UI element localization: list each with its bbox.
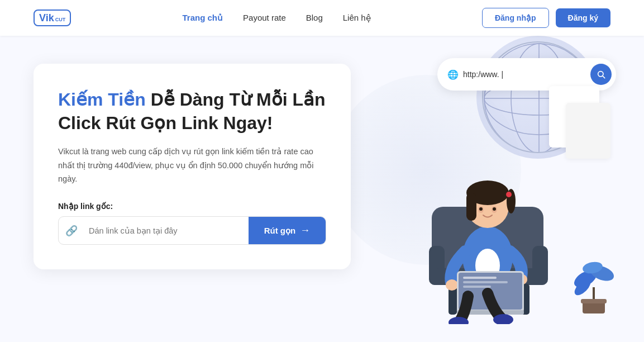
search-icon [597, 70, 605, 79]
nav-actions: Đăng nhập Đăng ký [482, 8, 610, 28]
shorten-button-label: Rút gọn [264, 226, 295, 236]
nav-lienhe[interactable]: Liên hệ [343, 13, 371, 22]
svg-point-23 [479, 207, 483, 211]
svg-point-20 [506, 192, 512, 197]
svg-point-24 [493, 207, 496, 211]
link-icon: 🔗 [59, 225, 84, 237]
input-label: Nhập link gốc: [58, 202, 326, 211]
url-value: http:/www. | [463, 70, 503, 79]
nav-blog[interactable]: Blog [306, 13, 323, 22]
svg-rect-31 [463, 286, 491, 288]
login-button[interactable]: Đăng nhập [482, 8, 549, 28]
svg-line-7 [603, 76, 605, 78]
logo[interactable]: Vik CUT [34, 10, 71, 26]
nav-links: Trang chủ Payout rate Blog Liên hệ [183, 13, 371, 23]
url-search-button[interactable] [590, 64, 612, 85]
logo-vik-text: Vik [39, 13, 54, 23]
svg-rect-41 [581, 299, 607, 303]
svg-rect-29 [463, 277, 497, 279]
register-button[interactable]: Đăng ký [556, 8, 610, 27]
svg-rect-30 [463, 281, 508, 283]
hero-description: Vikcut là trang web cung cấp dịch vụ rút… [58, 145, 326, 186]
link-input[interactable] [84, 218, 249, 243]
person-svg [421, 134, 588, 324]
nav-payoutrate[interactable]: Payout rate [243, 13, 286, 22]
hero-section: Kiếm Tiền Dễ Dàng Từ Mỗi Lần Click Rút G… [0, 36, 644, 332]
person-illustration [421, 134, 588, 326]
svg-point-25 [446, 279, 458, 291]
hero-illustration: 🌐 http:/www. | [342, 30, 633, 338]
hero-title-highlight: Kiếm Tiền [58, 89, 146, 110]
arrow-right-icon: → [300, 225, 310, 236]
svg-rect-18 [466, 193, 476, 221]
shorten-button[interactable]: Rút gọn → [249, 217, 326, 244]
logo-cut-text: CUT [55, 17, 66, 22]
hero-card: Kiếm Tiền Dễ Dàng Từ Mỗi Lần Click Rút G… [34, 64, 351, 269]
plant-svg [571, 248, 616, 315]
navbar: Vik CUT Trang chủ Payout rate Blog Liên … [0, 0, 644, 36]
url-text: http:/www. | [463, 70, 586, 79]
hero-title: Kiếm Tiền Dễ Dàng Từ Mỗi Lần Click Rút G… [58, 88, 326, 135]
nav-trangchu[interactable]: Trang chủ [183, 13, 223, 22]
link-input-row: 🔗 Rút gọn → [58, 216, 326, 245]
decorative-plant [571, 248, 616, 315]
url-globe-icon: 🌐 [447, 69, 459, 80]
